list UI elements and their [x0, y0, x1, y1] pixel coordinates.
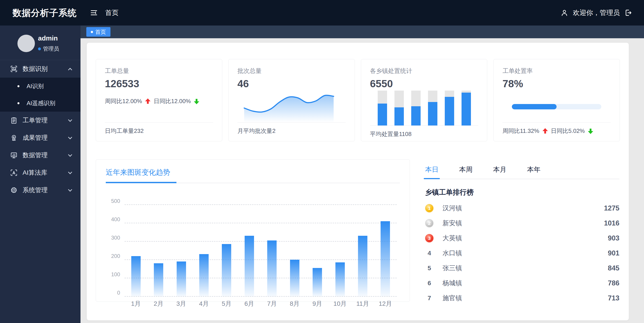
username: admin — [38, 34, 59, 42]
stat-value: 46 — [238, 78, 346, 90]
stat-title: 工单处置率 — [502, 67, 611, 75]
sidebar-submenu: AI识别AI遥感识别 — [0, 78, 80, 112]
mini-bar-track-5 — [445, 90, 454, 126]
mini-bar-fill-3 — [411, 106, 420, 126]
sidebar-item-系统管理[interactable]: 系统管理 — [0, 182, 80, 199]
y-tick-label: 0 — [106, 290, 120, 296]
x-tick-label: 12月 — [374, 300, 397, 308]
logout-icon[interactable] — [624, 9, 632, 17]
rank-tab-本周[interactable]: 本周 — [459, 165, 472, 179]
chevron-down-icon — [68, 135, 72, 139]
trend-bar-8月 — [290, 260, 300, 296]
bar-slot-10月 — [329, 262, 351, 296]
rank-number: 5 — [425, 264, 434, 272]
sidebar-subitem-AI识别[interactable]: AI识别 — [0, 78, 80, 94]
arrow-up-icon — [542, 128, 548, 134]
image-recognition-icon — [10, 65, 18, 73]
mini-bar-track-3 — [411, 90, 420, 126]
x-tick-label: 4月 — [192, 300, 215, 308]
rank-tab-本月[interactable]: 本月 — [493, 165, 506, 179]
app-header: 数据分析子系统 首页 欢迎你，管理员 — [0, 0, 644, 26]
y-tick-label: 300 — [106, 235, 120, 241]
y-tick-label: 400 — [106, 216, 120, 222]
dashboard-panel: 工单总量 126533 周同比12.00% 日同比12.00% 日均工单量232… — [87, 43, 629, 320]
data-monitor-icon — [10, 152, 18, 159]
bar-slot-2月 — [147, 263, 170, 296]
x-tick-label: 7月 — [261, 300, 283, 308]
sidebar-item-数据识别[interactable]: 数据识别 — [0, 60, 80, 78]
chevron-down-icon — [68, 170, 72, 174]
stat-card-disposal-rate: 工单处置率 78% 周同比11.32% 日同比5.02% — [493, 59, 620, 141]
tab-home[interactable]: 首页 — [86, 27, 110, 37]
x-tick-label: 2月 — [147, 300, 170, 308]
x-tick-label: 8月 — [283, 300, 306, 308]
ranking-list: 1汉河镇12752新安镇10163大英镇9034水口镇9015张三镇8456杨城… — [425, 201, 620, 306]
bar-slot-9月 — [306, 268, 328, 296]
sidebar-menu: 数据识别AI识别AI遥感识别工单管理成果管理数据管理AI算法库系统管理 — [0, 60, 80, 199]
week-trend-label: 周同比12.00% — [105, 97, 142, 105]
bar-slot-12月 — [374, 221, 397, 296]
stat-value: 126533 — [105, 78, 213, 90]
mini-bar-track-4 — [428, 90, 438, 126]
rank-number: 4 — [425, 250, 434, 257]
day-trend-label: 日同比5.02% — [551, 127, 585, 135]
ranking-tabs: 本日本周本月本年 — [425, 165, 620, 179]
app-title: 数据分析子系统 — [0, 7, 80, 19]
mini-bar-track-6 — [462, 90, 471, 126]
mini-bar-fill-1 — [378, 104, 387, 126]
main-content: 工单总量 126533 周同比12.00% 日同比12.00% 日均工单量232… — [80, 38, 644, 323]
rank-row-5: 5张三镇845 — [425, 260, 620, 276]
tab-home-label: 首页 — [95, 28, 106, 36]
rank-town-name: 汉河镇 — [442, 204, 604, 213]
trend-bar-chart: 0100200300400500 — [124, 205, 397, 296]
ai-library-icon — [10, 169, 18, 176]
disposal-rate-progress — [512, 104, 601, 110]
sidebar-item-工单管理[interactable]: 工单管理 — [0, 112, 80, 129]
rank-town-name: 水口镇 — [442, 249, 608, 258]
x-tick-label: 11月 — [351, 300, 374, 308]
rank-town-value: 1016 — [604, 219, 620, 227]
rank-town-name: 杨城镇 — [442, 279, 608, 288]
y-tick-label: 100 — [106, 271, 120, 278]
rank-town-value: 1275 — [604, 204, 620, 212]
nav-home-link[interactable]: 首页 — [105, 8, 118, 18]
sidebar-item-label: 系统管理 — [22, 186, 69, 194]
rank-number: 6 — [425, 280, 434, 287]
rank-row-3: 3大英镇903 — [425, 230, 620, 246]
sidebar-item-label: AI算法库 — [22, 168, 69, 177]
trend-bar-6月 — [245, 236, 254, 296]
sidebar-item-数据管理[interactable]: 数据管理 — [0, 146, 80, 164]
rank-row-2: 2新安镇1016 — [425, 216, 620, 230]
x-tick-label: 5月 — [215, 300, 238, 308]
mini-bar-fill-4 — [428, 102, 438, 126]
sidebar-toggle-icon[interactable] — [89, 8, 99, 18]
x-tick-label: 10月 — [329, 300, 351, 308]
ranking-panel: 本日本周本月本年 乡镇工单排行榜 1汉河镇12752新安镇10163大英镇903… — [415, 159, 620, 306]
batch-trend-sparkline — [243, 91, 346, 122]
rank-tab-本年[interactable]: 本年 — [527, 165, 540, 179]
trend-bar-2月 — [154, 263, 163, 296]
rank-town-name: 新安镇 — [442, 219, 604, 228]
trend-bar-7月 — [267, 240, 276, 296]
trend-bar-5月 — [222, 244, 231, 296]
rank-tab-本日[interactable]: 本日 — [425, 165, 438, 179]
stat-value: 6550 — [370, 78, 478, 90]
trend-bars — [124, 205, 397, 296]
rank-town-value: 845 — [608, 264, 620, 272]
trend-chart-title[interactable]: 近年来图斑变化趋势 — [106, 168, 176, 183]
rank-row-6: 6杨城镇786 — [425, 276, 620, 290]
bar-slot-3月 — [170, 262, 192, 296]
rank-town-value: 713 — [608, 294, 620, 302]
arrow-down-icon — [588, 128, 593, 134]
medal-silver-icon: 2 — [425, 219, 434, 228]
trend-bar-11月 — [358, 236, 368, 296]
mini-bar-fill-5 — [445, 97, 454, 126]
sidebar-subitem-label: AI识别 — [26, 82, 44, 90]
x-tick-label: 3月 — [170, 300, 192, 308]
sidebar-item-AI算法库[interactable]: AI算法库 — [0, 164, 80, 182]
stat-card-batches: 批次总量 46 月平均批次量2 — [228, 59, 355, 141]
medal-gold-icon: 1 — [425, 204, 434, 212]
sidebar-subitem-AI遥感识别[interactable]: AI遥感识别 — [0, 94, 80, 112]
sidebar-item-label: 成果管理 — [22, 134, 69, 142]
sidebar-item-成果管理[interactable]: 成果管理 — [0, 129, 80, 146]
